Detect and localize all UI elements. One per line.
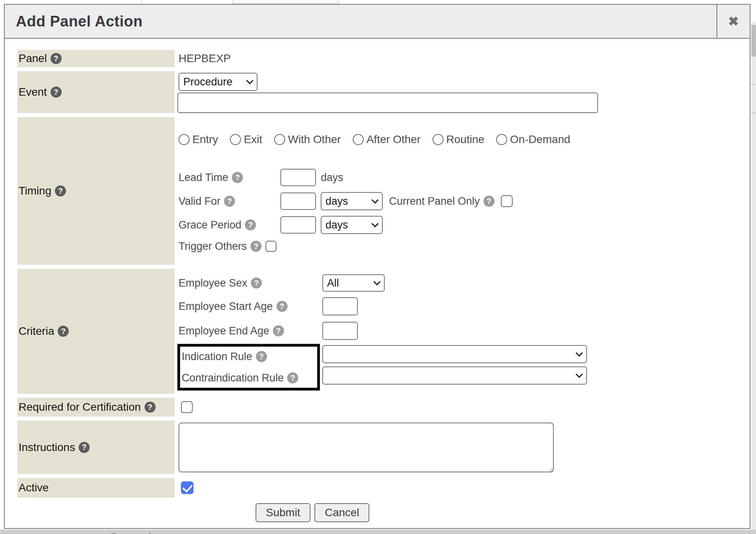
- employee-sex-help-icon[interactable]: ?: [251, 277, 262, 289]
- employee-end-age-help-icon[interactable]: ?: [273, 325, 284, 336]
- radio-option-on-demand[interactable]: On-Demand: [496, 133, 570, 146]
- lead-time-unit-label: days: [321, 172, 343, 184]
- scrollbar-divider: [751, 113, 756, 113]
- dialog-body: Panel ? HEPBEXP Event ? Procedure: [5, 39, 750, 522]
- timing-radio-group: Entry Exit With Other After Other: [179, 133, 750, 146]
- employee-start-age-input[interactable]: [322, 297, 358, 315]
- contraindication-rule-select[interactable]: [322, 366, 587, 385]
- radio-button-icon[interactable]: [179, 134, 190, 145]
- current-panel-only-help-icon[interactable]: ?: [483, 196, 495, 207]
- background-table-cell: [232, 0, 339, 4]
- lead-time-row: Lead Time ? days: [179, 168, 750, 187]
- lead-time-help-icon[interactable]: ?: [232, 172, 243, 183]
- indication-rule-select[interactable]: [322, 345, 587, 363]
- required-for-certification-checkbox[interactable]: [181, 401, 193, 413]
- radio-option-with-other[interactable]: With Other: [274, 133, 341, 146]
- timing-row: Timing ? Entry Exit With Other: [17, 117, 750, 265]
- radio-label: Exit: [244, 133, 262, 146]
- grace-period-row: Grace Period ? days: [179, 216, 750, 234]
- valid-for-row: Valid For ? days Current Panel Only ?: [179, 192, 750, 210]
- active-label-cell: Active: [17, 478, 175, 498]
- radio-option-entry[interactable]: Entry: [179, 133, 218, 146]
- valid-for-unit-select[interactable]: days: [321, 192, 383, 210]
- trigger-others-label: Trigger Others: [179, 240, 247, 253]
- event-label: Event: [19, 86, 47, 98]
- grace-period-unit-select[interactable]: days: [321, 216, 383, 234]
- contraindication-rule-help-icon[interactable]: ?: [287, 372, 298, 383]
- required-label-cell: Required for Certification ?: [17, 398, 175, 417]
- cancel-button[interactable]: Cancel: [314, 503, 369, 522]
- rule-rows-block: Indication Rule ? Contraindication Rule …: [179, 344, 750, 391]
- required-for-certification-label: Required for Certification: [19, 401, 141, 413]
- current-panel-only-checkbox[interactable]: [501, 195, 513, 207]
- criteria-row: Criteria ? Employee Sex ? All: [17, 269, 750, 394]
- submit-button[interactable]: Submit: [256, 503, 310, 522]
- instructions-help-icon[interactable]: ?: [79, 442, 90, 453]
- instructions-textarea[interactable]: [179, 423, 554, 472]
- instructions-row: Instructions ?: [17, 421, 750, 474]
- active-label: Active: [19, 481, 49, 494]
- radio-label: With Other: [288, 133, 341, 146]
- radio-label: Entry: [192, 133, 218, 146]
- panel-help-icon[interactable]: ?: [51, 53, 62, 64]
- close-icon: ✖: [728, 14, 739, 29]
- background-row-count-strip: os 5 rows ): [0, 530, 756, 534]
- instructions-label: Instructions: [19, 441, 75, 454]
- employee-end-age-input[interactable]: [322, 322, 358, 340]
- trigger-others-help-icon[interactable]: ?: [250, 241, 261, 252]
- indication-rules-highlight: Indication Rule ? Contraindication Rule …: [177, 344, 320, 391]
- scrollbar-thumb: [751, 25, 756, 57]
- event-label-cell: Event ?: [17, 71, 175, 113]
- event-help-icon[interactable]: ?: [51, 87, 62, 98]
- timing-help-icon[interactable]: ?: [55, 185, 66, 196]
- employee-end-age-label: Employee End Age: [179, 325, 269, 337]
- radio-option-exit[interactable]: Exit: [230, 133, 262, 146]
- active-row: Active: [17, 478, 750, 498]
- criteria-help-icon[interactable]: ?: [58, 326, 69, 337]
- valid-for-label: Valid For: [179, 195, 220, 208]
- employee-start-age-help-icon[interactable]: ?: [276, 301, 288, 312]
- timing-label: Timing: [19, 185, 51, 197]
- radio-option-after-other[interactable]: After Other: [353, 133, 421, 146]
- trigger-others-checkbox[interactable]: [265, 241, 276, 252]
- timing-label-cell: Timing ?: [17, 117, 175, 265]
- background-table-line: [141, 0, 142, 4]
- background-scrollbar: [751, 22, 756, 534]
- radio-button-icon[interactable]: [230, 134, 241, 145]
- indication-rule-help-icon[interactable]: ?: [256, 351, 267, 362]
- dialog-title: Add Panel Action: [5, 5, 717, 38]
- event-type-select[interactable]: Procedure: [179, 73, 258, 91]
- radio-button-icon[interactable]: [433, 134, 444, 145]
- lead-time-input[interactable]: [280, 169, 316, 186]
- valid-for-input[interactable]: [280, 192, 316, 210]
- dialog-buttons: Submit Cancel: [256, 503, 750, 522]
- criteria-label: Criteria: [19, 325, 54, 338]
- current-panel-only-label: Current Panel Only: [389, 195, 480, 208]
- grace-period-input[interactable]: [280, 216, 316, 234]
- grace-period-help-icon[interactable]: ?: [245, 219, 256, 230]
- contraindication-rule-label: Contraindication Rule: [182, 372, 284, 384]
- panel-row: Panel ? HEPBEXP: [17, 50, 750, 67]
- required-for-certification-help-icon[interactable]: ?: [145, 402, 156, 413]
- close-button[interactable]: ✖: [717, 5, 750, 38]
- employee-sex-label: Employee Sex: [179, 277, 247, 289]
- radio-label: Routine: [446, 133, 485, 146]
- event-row: Event ? Procedure: [17, 71, 750, 113]
- radio-button-icon[interactable]: [274, 134, 285, 145]
- employee-end-age-row: Employee End Age ?: [179, 322, 750, 340]
- instructions-label-cell: Instructions ?: [17, 421, 175, 474]
- required-for-certification-row: Required for Certification ?: [17, 398, 750, 417]
- radio-button-icon[interactable]: [496, 134, 507, 145]
- trigger-others-row: Trigger Others ?: [179, 240, 750, 253]
- radio-option-routine[interactable]: Routine: [433, 133, 485, 146]
- valid-for-help-icon[interactable]: ?: [224, 196, 235, 207]
- criteria-label-cell: Criteria ?: [17, 269, 175, 394]
- indication-rule-label: Indication Rule: [182, 351, 252, 363]
- panel-label: Panel: [19, 52, 47, 65]
- employee-sex-select[interactable]: All: [322, 274, 385, 292]
- active-checkbox[interactable]: [181, 481, 194, 494]
- event-search-input[interactable]: [177, 92, 598, 113]
- radio-label: On-Demand: [510, 133, 570, 146]
- employee-start-age-row: Employee Start Age ?: [179, 297, 750, 315]
- radio-button-icon[interactable]: [353, 134, 364, 145]
